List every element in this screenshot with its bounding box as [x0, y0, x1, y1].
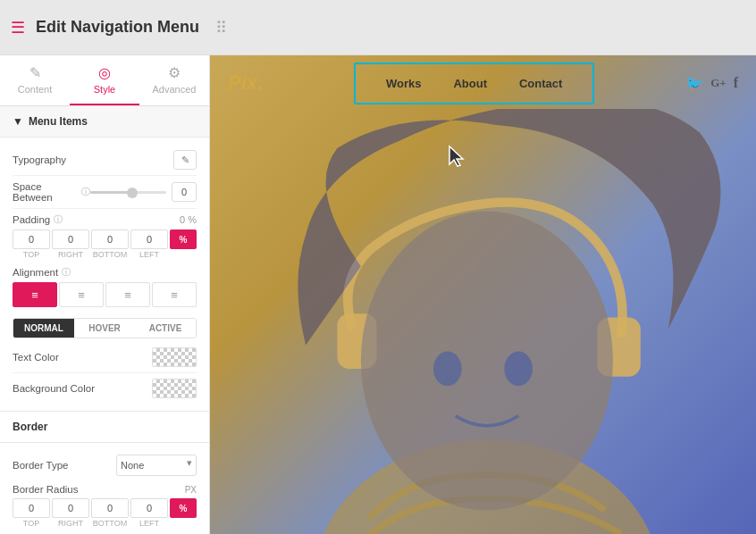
border-radius-section: Border Radius PX TOP RIGHT BOTTOM: [13, 480, 197, 533]
border-type-label: Border Type: [13, 460, 68, 471]
tab-advanced-label: Advanced: [153, 84, 197, 95]
state-normal-button[interactable]: NORMAL: [13, 319, 74, 338]
content-tab-icon: ✎: [29, 64, 41, 81]
radius-left-label: LEFT: [139, 519, 159, 528]
menu-items-section-header[interactable]: ▼ Menu Items: [0, 106, 209, 138]
padding-left-field: LEFT: [130, 229, 168, 259]
hamburger-icon[interactable]: ☰: [11, 18, 25, 38]
border-radius-unit: PX: [185, 485, 197, 495]
menu-items-arrow: ▼: [13, 115, 23, 128]
align-right-button[interactable]: ≡: [105, 282, 150, 307]
padding-info-icon: ⓘ: [54, 213, 63, 226]
padding-bottom-input[interactable]: [91, 229, 129, 249]
padding-top-label: TOP: [23, 250, 39, 259]
border-label: Border: [13, 421, 47, 433]
preview-social: 🐦 G+ f: [685, 75, 738, 92]
padding-value: 0 %: [180, 214, 197, 225]
preview-logo: Pix.: [228, 71, 263, 95]
tab-advanced[interactable]: ⚙ Advanced: [139, 55, 209, 105]
padding-label: Padding ⓘ: [13, 213, 63, 226]
radius-left-input[interactable]: [130, 498, 168, 518]
padding-unit-button[interactable]: %: [170, 229, 197, 249]
radius-right-input[interactable]: [52, 498, 89, 518]
typography-row: Typography ✎: [13, 145, 197, 176]
text-color-label: Text Color: [13, 352, 59, 363]
background-color-label: Background Color: [13, 383, 95, 394]
border-content: Border Type None Solid Dashed Dotted Dou…: [0, 443, 209, 534]
left-panel: ✎ Content ◎ Style ⚙ Advanced ▼ Menu Item…: [0, 55, 210, 534]
nav-item-contact[interactable]: Contact: [503, 71, 578, 96]
advanced-tab-icon: ⚙: [168, 64, 181, 81]
nav-item-works[interactable]: Works: [370, 71, 438, 96]
grid-icon[interactable]: ⠿: [215, 18, 227, 38]
googleplus-icon[interactable]: G+: [710, 76, 727, 90]
menu-items-label: Menu Items: [29, 115, 88, 128]
border-type-select-wrapper: None Solid Dashed Dotted Double: [116, 455, 197, 476]
alignment-section: Alignment ⓘ ≡ ≡ ≡ ≡: [13, 263, 197, 313]
background-color-row: Background Color: [13, 373, 197, 404]
alignment-buttons: ≡ ≡ ≡ ≡: [13, 282, 197, 307]
border-type-select[interactable]: None Solid Dashed Dotted Double: [116, 455, 197, 476]
align-center-button[interactable]: ≡: [59, 282, 104, 307]
padding-left-label: LEFT: [139, 250, 159, 259]
radius-right-field: RIGHT: [52, 498, 89, 528]
padding-top-input[interactable]: [13, 229, 50, 249]
padding-top-field: TOP: [13, 229, 50, 259]
space-between-label: Space Between ⓘ: [13, 181, 90, 203]
padding-bottom-label: BOTTOM: [93, 250, 127, 259]
space-between-slider[interactable]: [90, 191, 166, 194]
preview-area: Pix. Works About Contact 🐦 G+ f: [210, 55, 756, 534]
padding-left-input[interactable]: [130, 229, 168, 249]
background-color-swatch[interactable]: [152, 379, 197, 398]
radius-right-label: RIGHT: [58, 519, 83, 528]
padding-inputs: TOP RIGHT BOTTOM LEFT %: [13, 229, 197, 259]
border-section-header: Border: [0, 411, 209, 443]
state-active-button[interactable]: ACTIVE: [135, 319, 196, 338]
radius-left-field: LEFT: [130, 498, 168, 528]
typography-label: Typography: [13, 154, 66, 165]
radius-top-input[interactable]: [13, 498, 50, 518]
radius-bottom-field: BOTTOM: [91, 498, 129, 528]
align-justify-button[interactable]: ≡: [152, 282, 197, 307]
menu-items-content: Typography ✎ Space Between ⓘ: [0, 138, 209, 411]
preview-nav: Works About Contact: [354, 63, 594, 104]
main-layout: ✎ Content ◎ Style ⚙ Advanced ▼ Menu Item…: [0, 55, 756, 534]
radius-top-label: TOP: [23, 519, 39, 528]
radius-unit-button[interactable]: %: [170, 498, 197, 518]
tab-content-label: Content: [18, 84, 53, 95]
padding-right-label: RIGHT: [58, 250, 83, 259]
state-buttons: NORMAL HOVER ACTIVE: [13, 318, 197, 338]
svg-point-6: [361, 212, 613, 511]
tab-style-label: Style: [94, 84, 115, 95]
padding-bottom-field: BOTTOM: [91, 229, 129, 259]
radius-bottom-input[interactable]: [91, 498, 129, 518]
typography-edit-button[interactable]: ✎: [173, 150, 197, 170]
border-radius-label: Border Radius: [13, 484, 79, 495]
radius-inputs: TOP RIGHT BOTTOM LEFT %: [13, 498, 197, 528]
facebook-icon[interactable]: f: [734, 75, 738, 91]
alignment-info-icon: ⓘ: [62, 266, 71, 279]
border-type-row: Border Type None Solid Dashed Dotted Dou…: [13, 450, 197, 480]
text-color-swatch[interactable]: [152, 347, 197, 367]
space-between-input[interactable]: [172, 182, 197, 202]
radius-top-field: TOP: [13, 498, 50, 528]
space-between-info-icon: ⓘ: [81, 186, 90, 198]
space-between-row: Space Between ⓘ: [13, 176, 197, 209]
portrait-svg: [210, 109, 756, 534]
padding-right-input[interactable]: [52, 229, 89, 249]
page-title: Edit Navigation Menu: [36, 18, 199, 37]
top-bar: ☰ Edit Navigation Menu ⠿: [0, 0, 756, 55]
padding-right-field: RIGHT: [52, 229, 89, 259]
preview-header: Pix. Works About Contact 🐦 G+ f: [210, 55, 756, 111]
radius-bottom-label: BOTTOM: [93, 519, 127, 528]
nav-item-about[interactable]: About: [437, 71, 503, 96]
tab-bar: ✎ Content ◎ Style ⚙ Advanced: [0, 55, 209, 106]
tab-content[interactable]: ✎ Content: [0, 55, 70, 105]
twitter-icon[interactable]: 🐦: [685, 75, 703, 92]
space-between-slider-container: [90, 182, 197, 202]
tab-style[interactable]: ◎ Style: [70, 55, 139, 105]
portrait-container: [210, 109, 756, 534]
state-hover-button[interactable]: HOVER: [74, 319, 135, 338]
align-left-button[interactable]: ≡: [13, 282, 57, 307]
text-color-row: Text Color: [13, 342, 197, 373]
